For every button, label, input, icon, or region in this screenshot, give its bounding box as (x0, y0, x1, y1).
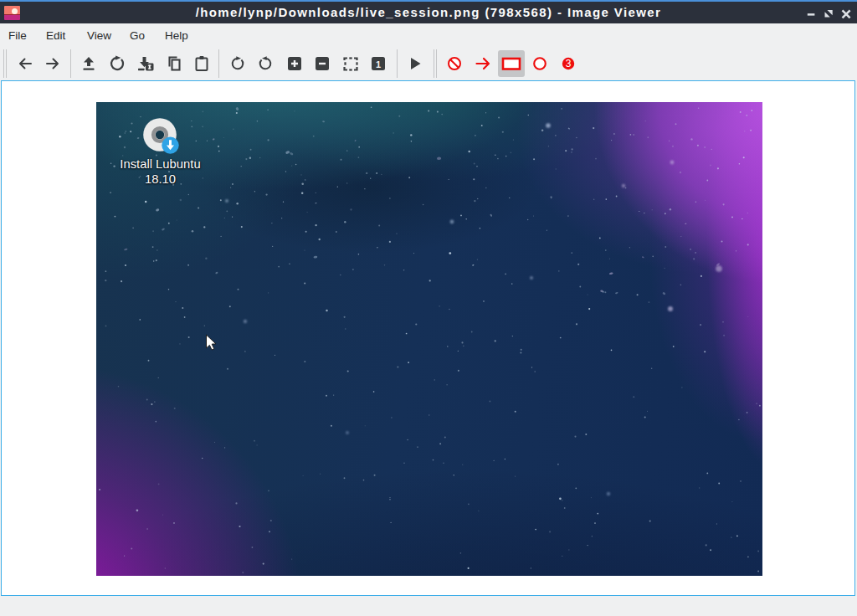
svg-text:3: 3 (566, 58, 572, 69)
svg-text:1: 1 (376, 59, 381, 69)
